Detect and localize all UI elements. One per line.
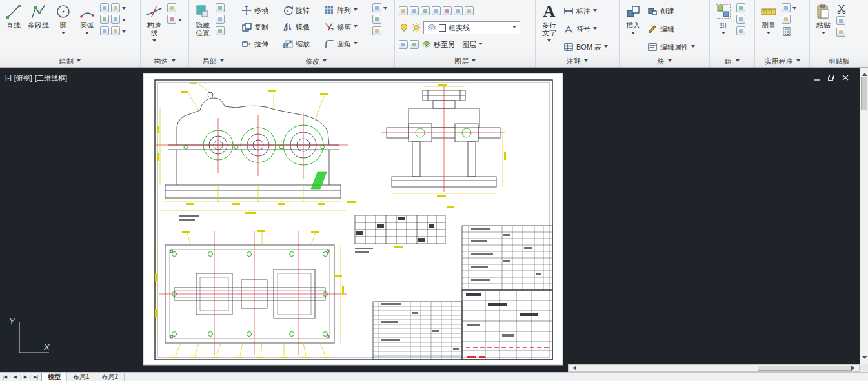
scroll-down-arrow[interactable] — [862, 356, 867, 362]
stretch-button[interactable]: 拉伸 — [240, 36, 281, 52]
paste-button[interactable]: 粘贴 — [812, 2, 834, 37]
line-button[interactable]: 直线 — [3, 2, 25, 30]
scroll-left-arrow[interactable] — [570, 366, 576, 371]
layer-thaw-sun-icon[interactable] — [411, 23, 421, 33]
ray-tool-icon[interactable] — [167, 3, 176, 12]
layer-isolate-icon[interactable] — [410, 6, 419, 15]
mtext-dropdown-caret[interactable] — [547, 39, 551, 44]
layer-lock-icon[interactable] — [432, 6, 441, 15]
tab-layout1[interactable]: 布局1 — [67, 373, 96, 381]
draw-more-caret-3[interactable] — [122, 30, 126, 35]
ungroup-tool-icon[interactable] — [736, 3, 745, 12]
group-dropdown-caret[interactable] — [722, 32, 725, 36]
symbol-caret[interactable] — [593, 27, 597, 32]
paste-dropdown-caret[interactable] — [822, 32, 825, 36]
bom-table-button[interactable]: BOM 表 — [562, 39, 609, 55]
panel-label-utilities[interactable]: 实用程序 — [755, 55, 809, 67]
horizontal-scrollbar-thumb[interactable] — [758, 366, 851, 371]
window-close-button[interactable] — [839, 73, 851, 82]
panel-label-clipboard[interactable]: 剪贴板 — [810, 55, 868, 67]
group-button[interactable]: 组 — [712, 2, 734, 37]
panel-label-modify[interactable]: 修改 — [237, 55, 394, 67]
trim-dropdown-caret[interactable] — [354, 25, 358, 30]
layer-walk-icon[interactable] — [465, 6, 474, 15]
refresh-view-icon[interactable] — [216, 3, 225, 12]
group-edit-tool-icon[interactable] — [736, 15, 745, 24]
scale-button[interactable]: 缩放 — [281, 36, 323, 52]
arc-dropdown-caret[interactable] — [85, 32, 89, 36]
layer-state-icon[interactable] — [399, 40, 408, 49]
edit-attributes-caret[interactable] — [691, 45, 695, 50]
viewport-menu-control[interactable]: [-] — [5, 73, 12, 83]
dimension-button[interactable]: 标注 — [562, 3, 609, 19]
circle-dropdown-caret[interactable] — [61, 32, 65, 36]
layer-merge-icon[interactable] — [410, 40, 419, 49]
group-select-tool-icon[interactable] — [736, 26, 745, 35]
copy-button[interactable]: 复制 — [240, 19, 281, 35]
insert-block-button[interactable]: 插入 — [622, 2, 644, 37]
move-to-layer-button[interactable]: 移至另一图层 — [421, 37, 484, 52]
symbol-button[interactable]: 符号 — [562, 21, 609, 37]
viewport-visual-style-control[interactable]: [二维线框] — [35, 73, 67, 83]
fillet-dropdown-caret[interactable] — [354, 42, 358, 46]
window-minimize-button[interactable] — [811, 73, 823, 82]
break-tool-icon[interactable] — [167, 15, 176, 24]
ellipse-tool-icon[interactable] — [100, 15, 109, 24]
layer-off-icon[interactable] — [443, 6, 452, 15]
create-block-button[interactable]: 创建 — [646, 3, 696, 19]
layer-properties-icon[interactable] — [399, 6, 408, 15]
scroll-up-arrow[interactable] — [862, 70, 867, 76]
tab-prev-button[interactable]: ◀ — [10, 373, 21, 381]
panel-label-block[interactable]: 块 — [620, 55, 709, 67]
cut-scissors-icon[interactable] — [836, 3, 847, 14]
calculator-icon[interactable] — [782, 26, 792, 37]
measure-dropdown-caret[interactable] — [767, 32, 771, 36]
panel-label-partial[interactable]: 局部 — [189, 55, 237, 67]
layer-select-combobox[interactable]: 粗实线 — [423, 21, 520, 34]
array-button[interactable]: 阵列 — [323, 3, 369, 18]
mirror-button[interactable]: 镜像 — [281, 19, 323, 35]
layer-freeze-icon[interactable] — [421, 6, 430, 15]
move-to-layer-caret[interactable] — [479, 43, 483, 47]
xline-button[interactable]: 构造 线 — [143, 2, 165, 45]
dimension-caret[interactable] — [593, 9, 597, 14]
quick-select-tool-icon[interactable] — [782, 3, 791, 12]
explode-tool-icon[interactable] — [372, 26, 381, 35]
measure-button[interactable]: 测量 — [758, 2, 780, 37]
horizontal-scrollbar[interactable] — [568, 364, 860, 372]
panel-label-annotate[interactable]: 注释 — [536, 55, 619, 67]
tab-next-button[interactable]: ▶ — [21, 373, 31, 381]
rotate-button[interactable]: 旋转 — [281, 3, 323, 18]
rectangle-tool-icon[interactable] — [100, 3, 109, 12]
scroll-right-arrow[interactable] — [851, 366, 857, 371]
hatch-tool-icon[interactable] — [111, 3, 120, 12]
panel-label-construct[interactable]: 构造 — [141, 55, 188, 67]
update-view-icon[interactable] — [216, 26, 225, 35]
layer-match-icon[interactable] — [454, 6, 463, 15]
tab-last-button[interactable]: ▶| — [31, 373, 41, 381]
panel-label-draw[interactable]: 绘制 — [0, 55, 140, 67]
cycle-view-icon[interactable] — [216, 15, 225, 24]
erase-tool-icon[interactable] — [372, 3, 381, 12]
edit-block-button[interactable]: 编辑 — [646, 21, 696, 37]
array-dropdown-caret[interactable] — [354, 8, 358, 13]
tab-model[interactable]: 模型 — [41, 373, 67, 381]
vertical-scrollbar-thumb[interactable] — [861, 77, 867, 110]
bom-table-caret[interactable] — [604, 45, 608, 50]
draw-more-caret[interactable] — [122, 7, 126, 12]
edit-attributes-button[interactable]: 编辑属性 — [646, 39, 696, 55]
spline-tool-icon[interactable] — [111, 15, 120, 24]
viewport-view-control[interactable]: [俯视] — [14, 73, 32, 83]
modify-more-caret[interactable] — [383, 7, 387, 12]
arc-button[interactable]: 圆弧 — [76, 2, 98, 37]
circle-button[interactable]: 圆 — [52, 2, 74, 37]
id-point-tool-icon[interactable] — [782, 15, 791, 24]
utilities-more-caret[interactable] — [792, 7, 796, 12]
tab-layout2[interactable]: 布局2 — [96, 373, 125, 381]
mtext-button[interactable]: A 多行 文字 — [538, 2, 560, 45]
model-canvas[interactable]: [-] [俯视] [二维线框] — [0, 68, 860, 372]
match-properties-tool-icon[interactable] — [836, 28, 845, 37]
construct-more-caret[interactable] — [178, 19, 182, 23]
insert-block-caret[interactable] — [631, 32, 635, 36]
tab-first-button[interactable]: |◀ — [0, 373, 10, 381]
